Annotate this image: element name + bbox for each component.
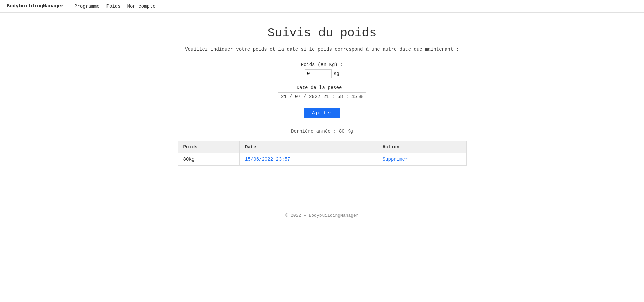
weight-input[interactable]: [305, 69, 332, 78]
data-table: Poids Date Action 80Kg 15/06/2022 23:57 …: [178, 141, 467, 166]
nav-link-programme[interactable]: Programme: [74, 4, 100, 9]
navbar-brand[interactable]: BodybuildingManager: [7, 3, 64, 9]
last-year-info: Dernière année : 80 Kg: [178, 129, 467, 134]
date-input-wrapper[interactable]: 21 / 07 / 2022 21 : 58 : 45 ⊗: [278, 92, 366, 101]
ajouter-button[interactable]: Ajouter: [304, 108, 340, 118]
date-clear-button[interactable]: ⊗: [359, 94, 363, 99]
weight-label: Poids (en Kg) :: [301, 62, 343, 67]
weight-group: Poids (en Kg) : Kg: [301, 62, 343, 78]
table-head: Poids Date Action: [178, 141, 466, 153]
table-row: 80Kg 15/06/2022 23:57 Supprimer: [178, 153, 466, 166]
date-group: Date de la pesée : 21 / 07 / 2022 21 : 5…: [278, 85, 366, 101]
navbar-links: Programme Poids Mon compte: [74, 4, 156, 9]
subtitle: Veuillez indiquer votre poids et la date…: [178, 47, 467, 52]
supprimer-button[interactable]: Supprimer: [383, 157, 408, 162]
navbar: BodybuildingManager Programme Poids Mon …: [0, 0, 644, 13]
page-title: Suivis du poids: [178, 26, 467, 40]
col-header-poids: Poids: [178, 141, 240, 153]
col-header-date: Date: [240, 141, 377, 153]
date-label: Date de la pesée :: [297, 85, 347, 90]
footer: © 2022 – BodybuildingManager: [0, 206, 644, 225]
cell-date: 15/06/2022 23:57: [240, 153, 377, 166]
weight-row: Kg: [305, 69, 339, 78]
col-header-action: Action: [377, 141, 466, 153]
cell-poids: 80Kg: [178, 153, 240, 166]
date-input-text: 21 / 07 / 2022 21 : 58 : 45: [281, 94, 357, 99]
footer-text: © 2022 – BodybuildingManager: [285, 213, 358, 218]
main-content: Suivis du poids Veuillez indiquer votre …: [171, 13, 473, 179]
form-section: Poids (en Kg) : Kg Date de la pesée : 21…: [178, 62, 467, 118]
cell-action: Supprimer: [377, 153, 466, 166]
nav-link-mon-compte[interactable]: Mon compte: [127, 4, 156, 9]
table-header-row: Poids Date Action: [178, 141, 466, 153]
weight-unit: Kg: [334, 71, 339, 77]
table-body: 80Kg 15/06/2022 23:57 Supprimer: [178, 153, 466, 166]
nav-link-poids[interactable]: Poids: [106, 4, 121, 9]
